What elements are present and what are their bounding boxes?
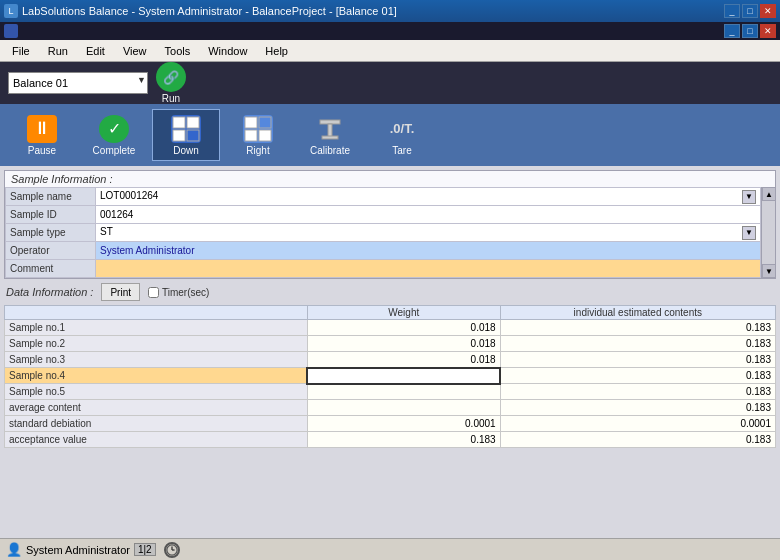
menu-edit[interactable]: Edit <box>78 43 113 59</box>
row-label-1: Sample no.1 <box>5 320 308 336</box>
down-label: Down <box>173 145 199 156</box>
scroll-up-button[interactable]: ▲ <box>762 187 776 201</box>
weight-4[interactable] <box>307 368 500 384</box>
complete-button[interactable]: ✓ Complete <box>80 109 148 161</box>
row-label-avg: average content <box>5 400 308 416</box>
timer-checkbox[interactable] <box>148 287 159 298</box>
balance-selector-wrapper: Balance 01 Balance 02 ▼ <box>8 72 148 94</box>
run-label: Run <box>162 93 180 104</box>
weight-acc: 0.183 <box>307 432 500 448</box>
row-label-std: standard debiation <box>5 416 308 432</box>
row-label-5: Sample no.5 <box>5 384 308 400</box>
down-button[interactable]: Down <box>152 109 220 161</box>
clock-icon <box>164 542 180 558</box>
data-table: Weight individual estimated contents Sam… <box>4 305 776 448</box>
tare-icon: .0/T. <box>387 115 417 143</box>
menu-view[interactable]: View <box>115 43 155 59</box>
est-avg: 0.183 <box>500 400 775 416</box>
minimize-button[interactable]: _ <box>724 4 740 18</box>
comment-input[interactable] <box>100 263 756 274</box>
pause-button[interactable]: ⏸ Pause <box>8 109 76 161</box>
svg-rect-5 <box>259 117 271 128</box>
svg-rect-3 <box>187 130 199 141</box>
sample-table: Sample name LOT0001264 ▼ Sample ID 00126… <box>5 187 761 278</box>
col-header-label <box>5 306 308 320</box>
svg-rect-1 <box>187 117 199 128</box>
close-button[interactable]: ✕ <box>760 4 776 18</box>
sample-id-label: Sample ID <box>6 206 96 224</box>
menu-run[interactable]: Run <box>40 43 76 59</box>
comment-value[interactable] <box>96 260 761 278</box>
weight-3: 0.018 <box>307 352 500 368</box>
right-icon <box>243 115 273 143</box>
pause-label: Pause <box>28 145 56 156</box>
right-label: Right <box>246 145 269 156</box>
sample-id-row: Sample ID 001264 <box>6 206 761 224</box>
toolbar: Balance 01 Balance 02 ▼ 🔗 Run <box>0 62 780 104</box>
run-circle-icon: 🔗 <box>156 62 186 92</box>
weight-1: 0.018 <box>307 320 500 336</box>
tare-label: Tare <box>392 145 411 156</box>
operator-row: Operator System Administrator <box>6 242 761 260</box>
row-label-acc: acceptance value <box>5 432 308 448</box>
status-bar: 👤 System Administrator 1|2 <box>0 538 780 560</box>
sample-name-row: Sample name LOT0001264 ▼ <box>6 188 761 206</box>
menu-window[interactable]: Window <box>200 43 255 59</box>
scroll-down-button[interactable]: ▼ <box>762 264 776 278</box>
est-std: 0.0001 <box>500 416 775 432</box>
est-1: 0.183 <box>500 320 775 336</box>
svg-rect-0 <box>173 117 185 128</box>
svg-rect-7 <box>259 130 271 141</box>
app-icon: L <box>4 4 18 18</box>
sample-id-value: 001264 <box>96 206 761 224</box>
sample-scrollbar[interactable]: ▲ ▼ <box>761 187 775 278</box>
down-icon <box>171 115 201 143</box>
maximize-button[interactable]: □ <box>742 4 758 18</box>
est-4: 0.183 <box>500 368 775 384</box>
run-button[interactable]: 🔗 Run <box>156 62 186 104</box>
sys-close[interactable]: ✕ <box>760 24 776 38</box>
right-button[interactable]: Right <box>224 109 292 161</box>
operator-label: Operator <box>6 242 96 260</box>
timer-label: Timer(sec) <box>148 287 209 298</box>
sample-type-dropdown[interactable]: ▼ <box>742 226 756 240</box>
comment-row: Comment <box>6 260 761 278</box>
menu-help[interactable]: Help <box>257 43 296 59</box>
menu-bar: File Run Edit View Tools Window Help <box>0 40 780 62</box>
status-user: 👤 System Administrator 1|2 <box>6 542 156 557</box>
system-menu-bar: _ □ ✕ <box>0 22 780 40</box>
menu-file[interactable]: File <box>4 43 38 59</box>
sample-name-value: LOT0001264 ▼ <box>96 188 761 206</box>
balance-select[interactable]: Balance 01 Balance 02 <box>8 72 148 94</box>
table-row: Sample no.2 0.018 0.183 <box>5 336 776 352</box>
sample-name-label: Sample name <box>6 188 96 206</box>
calibrate-button[interactable]: Calibrate <box>296 109 364 161</box>
sample-name-dropdown[interactable]: ▼ <box>742 190 756 204</box>
user-icon: 👤 <box>6 542 22 557</box>
row-label-2: Sample no.2 <box>5 336 308 352</box>
sys-minimize[interactable]: _ <box>724 24 740 38</box>
print-button[interactable]: Print <box>101 283 140 301</box>
table-row: Sample no.1 0.018 0.183 <box>5 320 776 336</box>
svg-rect-4 <box>245 117 257 128</box>
svg-rect-8 <box>320 120 340 124</box>
col-header-weight: Weight <box>307 306 500 320</box>
svg-rect-10 <box>322 136 338 139</box>
operator-value: System Administrator <box>96 242 761 260</box>
title-bar: L LabSolutions Balance - System Administ… <box>0 0 780 22</box>
tare-button[interactable]: .0/T. Tare <box>368 109 436 161</box>
sample-type-row: Sample type ST ▼ <box>6 224 761 242</box>
calibrate-label: Calibrate <box>310 145 350 156</box>
row-label-3: Sample no.3 <box>5 352 308 368</box>
system-icon <box>4 24 18 38</box>
sys-restore[interactable]: □ <box>742 24 758 38</box>
weight-avg <box>307 400 500 416</box>
est-2: 0.183 <box>500 336 775 352</box>
weight-std: 0.0001 <box>307 416 500 432</box>
weight-input-4[interactable] <box>312 370 495 381</box>
sample-type-label: Sample type <box>6 224 96 242</box>
comment-label: Comment <box>6 260 96 278</box>
weight-5 <box>307 384 500 400</box>
sample-info-panel: Sample Information : Sample name LOT0001… <box>4 170 776 279</box>
menu-tools[interactable]: Tools <box>157 43 199 59</box>
